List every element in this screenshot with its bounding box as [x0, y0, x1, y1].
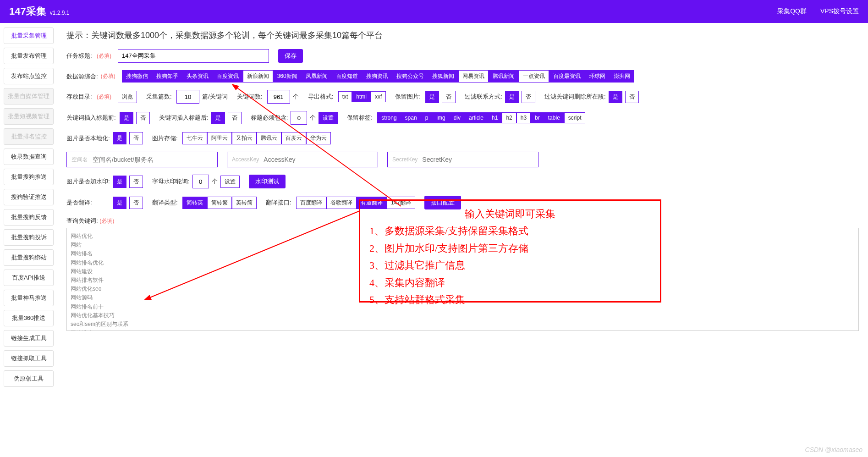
source-chip-6[interactable]: 凤凰新闻: [302, 70, 332, 83]
sidebar-item-0[interactable]: 批量采集管理: [4, 28, 54, 44]
title-must-set[interactable]: 设置: [319, 112, 338, 124]
sk-input[interactable]: [422, 156, 533, 163]
source-chip-0[interactable]: 搜狗微信: [122, 70, 152, 83]
filter-kw-para-no[interactable]: 否: [625, 91, 639, 103]
store-chip-2[interactable]: 又拍云: [232, 132, 257, 144]
tag-chip-9[interactable]: br: [531, 112, 544, 123]
title-must-input[interactable]: [291, 111, 307, 125]
source-chip-4[interactable]: 新浪新闻: [243, 70, 273, 83]
source-chip-3[interactable]: 百度资讯: [213, 70, 243, 83]
wm-rotate-label: 字母水印轮询:: [152, 177, 190, 186]
trans-type-chip-0[interactable]: 简转英: [182, 197, 207, 209]
source-chip-14[interactable]: 百度最资讯: [549, 70, 585, 83]
wm-rotate-input[interactable]: [192, 175, 209, 188]
source-chip-12[interactable]: 腾讯新闻: [489, 70, 519, 83]
kw-before-yes[interactable]: 是: [120, 112, 133, 124]
store-chip-4[interactable]: 百度云: [281, 132, 306, 144]
tag-chip-2[interactable]: p: [421, 112, 433, 123]
source-chip-7[interactable]: 百度知道: [332, 70, 362, 83]
filter-contact-yes[interactable]: 是: [505, 91, 519, 103]
source-chip-16[interactable]: 澎湃网: [610, 70, 634, 83]
sidebar-item-10[interactable]: 批量搜狗投诉: [4, 229, 54, 246]
store-chip-0[interactable]: 七牛云: [182, 132, 207, 144]
trans-no[interactable]: 否: [129, 197, 143, 209]
kw-after-no[interactable]: 否: [228, 112, 242, 124]
trans-api-chip-2[interactable]: 有道翻译: [357, 197, 387, 209]
source-chip-13[interactable]: 一点资讯: [519, 70, 549, 83]
trans-api-chip-1[interactable]: 谷歌翻译: [326, 197, 357, 209]
sidebar-item-13[interactable]: 批量神马推送: [4, 290, 54, 306]
tag-chip-0[interactable]: strong: [377, 112, 401, 123]
source-chip-15[interactable]: 环球网: [585, 70, 610, 83]
link-qq-group[interactable]: 采集QQ群: [777, 7, 807, 16]
tag-chip-10[interactable]: table: [544, 112, 564, 123]
source-chip-9[interactable]: 搜狗公众号: [392, 70, 428, 83]
tag-chip-1[interactable]: span: [401, 112, 421, 123]
trans-type-chip-2[interactable]: 英转简: [232, 197, 257, 209]
space-field[interactable]: 空间名: [66, 152, 218, 167]
keywords-textarea[interactable]: [66, 228, 859, 331]
tag-chip-8[interactable]: h3: [516, 112, 531, 123]
filter-kw-para-yes[interactable]: 是: [609, 91, 622, 103]
api-config-btn[interactable]: 接口配置: [424, 196, 461, 209]
store-chip-3[interactable]: 腾讯云: [257, 132, 281, 144]
task-title-input[interactable]: [118, 49, 269, 63]
sk-ph: SecretKey: [392, 156, 418, 163]
sidebar-item-16[interactable]: 链接抓取工具: [4, 350, 54, 367]
img-local-yes[interactable]: 是: [113, 132, 126, 144]
wm-test-btn[interactable]: 水印测试: [249, 175, 286, 188]
tag-chip-6[interactable]: h1: [488, 112, 502, 123]
sidebar-item-6[interactable]: 收录数据查询: [4, 149, 54, 165]
count-input[interactable]: [176, 90, 199, 104]
sidebar-item-11[interactable]: 批量搜狗绑站: [4, 249, 54, 266]
trans-api-chip-0[interactable]: 百度翻译: [296, 197, 326, 209]
img-local-no[interactable]: 否: [129, 132, 143, 144]
tag-chip-5[interactable]: article: [465, 112, 488, 123]
export-chip-2[interactable]: xxf: [371, 91, 386, 102]
keepimg-yes[interactable]: 是: [425, 91, 439, 103]
filter-contact-label: 过滤联系方式:: [465, 93, 502, 101]
trans-type-chip-1[interactable]: 简转繁: [207, 197, 232, 209]
sidebar-item-17[interactable]: 伪原创工具: [4, 370, 54, 387]
trans-yes[interactable]: 是: [113, 197, 126, 209]
sidebar-item-7[interactable]: 批量搜狗推送: [4, 169, 54, 185]
keepimg-no[interactable]: 否: [442, 91, 456, 103]
accesskey-field[interactable]: AccessKey: [227, 152, 378, 167]
sidebar-item-14[interactable]: 批量360推送: [4, 310, 54, 326]
link-vps-dial[interactable]: VPS拨号设置: [820, 7, 859, 16]
sidebar-item-2[interactable]: 发布站点监控: [4, 68, 54, 84]
source-chip-11[interactable]: 网易资讯: [458, 70, 489, 83]
secretkey-field[interactable]: SecretKey: [387, 152, 538, 167]
tag-chip-4[interactable]: div: [450, 112, 465, 123]
wm-set-btn[interactable]: 设置: [220, 176, 240, 188]
source-chip-10[interactable]: 搜狐新闻: [428, 70, 458, 83]
kwcount-input[interactable]: [267, 90, 290, 104]
trans-api-chip-3[interactable]: 147翻译: [387, 197, 415, 209]
wm-yes[interactable]: 是: [113, 176, 126, 188]
keep-tag-label: 保留标签:: [347, 114, 374, 122]
sidebar-item-15[interactable]: 链接生成工具: [4, 330, 54, 347]
browse-button[interactable]: 浏览: [118, 91, 137, 103]
store-chip-1[interactable]: 阿里云: [207, 132, 232, 144]
wm-no[interactable]: 否: [129, 176, 143, 188]
sidebar-item-9[interactable]: 批量搜狗反馈: [4, 209, 54, 226]
space-input[interactable]: [93, 156, 213, 163]
ak-input[interactable]: [264, 156, 373, 163]
store-chip-5[interactable]: 华为云: [306, 132, 331, 144]
kw-before-no[interactable]: 否: [136, 112, 150, 124]
source-chip-8[interactable]: 搜狗资讯: [362, 70, 392, 83]
tag-chip-3[interactable]: img: [432, 112, 449, 123]
export-chip-0[interactable]: txt: [338, 91, 352, 102]
tag-chip-11[interactable]: script: [564, 112, 586, 123]
source-chip-2[interactable]: 头条资讯: [182, 70, 213, 83]
sidebar-item-1[interactable]: 批量发布管理: [4, 48, 54, 64]
source-chip-5[interactable]: 360新闻: [273, 70, 302, 83]
kw-after-yes[interactable]: 是: [211, 112, 225, 124]
sidebar-item-8[interactable]: 搜狗验证推送: [4, 189, 54, 205]
sidebar-item-12[interactable]: 百度API推送: [4, 270, 54, 286]
tag-chip-7[interactable]: h2: [502, 112, 516, 123]
source-chip-1[interactable]: 搜狗知乎: [152, 70, 182, 83]
export-chip-1[interactable]: html: [352, 91, 371, 102]
filter-contact-no[interactable]: 否: [522, 91, 535, 103]
save-button[interactable]: 保存: [278, 49, 303, 63]
